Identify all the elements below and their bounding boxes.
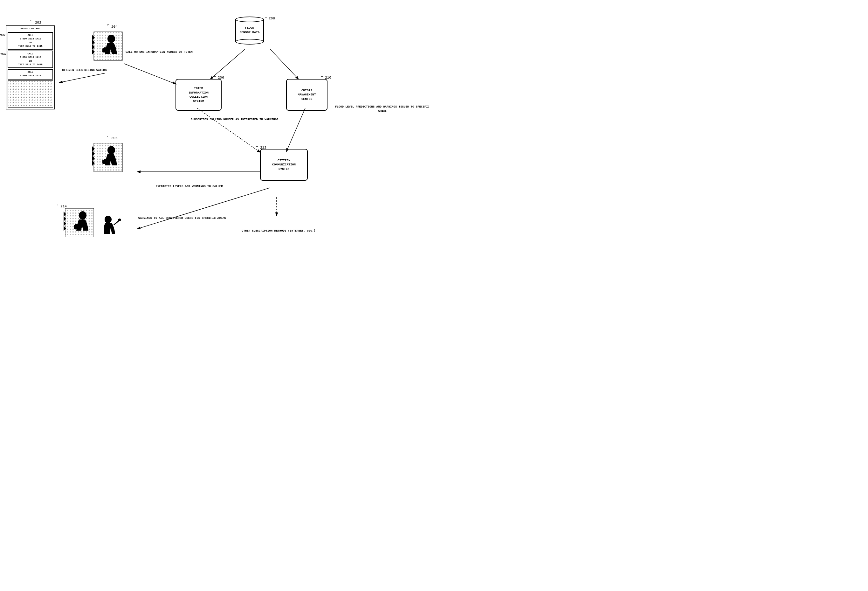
flood-sensor-db: FLOODSENSOR DATA <box>235 16 264 44</box>
ref-206-arrow: — <box>214 74 216 78</box>
db-body: FLOODSENSOR DATA <box>235 19 264 42</box>
ref-204b-arrow: ⌐ <box>107 134 109 138</box>
totem-label: TOTEM INFORMATION COLLECTION SYSTEM <box>189 86 208 103</box>
svg-point-40 <box>118 219 121 221</box>
call-box-line1: CALL <box>9 71 52 74</box>
person-icon-204b <box>92 140 127 183</box>
svg-rect-28 <box>104 159 107 160</box>
flood-level-label: FLOOD LEVEL PREDICTIONS AND WARNINGS ISS… <box>331 105 434 113</box>
svg-rect-37 <box>75 224 78 226</box>
person-icon-204a <box>92 29 127 72</box>
ref-204b: 204 <box>111 136 118 140</box>
call-box: CALL 0 800 3214 1415 <box>7 69 53 80</box>
flood-water-graphic <box>7 80 53 108</box>
ref-214-arrow: → <box>56 203 58 207</box>
subscribes-label: SUBSCRIBES CALLING NUMBER AS INTERESTED … <box>191 118 278 122</box>
ref-212: 212 <box>260 146 266 149</box>
flood-panel-title: FLOOD CONTROL <box>6 26 55 31</box>
ref-210-arrow: — <box>321 74 323 78</box>
totem-system-box: TOTEM INFORMATION COLLECTION SYSTEM <box>176 79 221 111</box>
ref-210: 210 <box>325 76 331 80</box>
ref-212-arrow: — <box>256 145 258 148</box>
attention-box-line1: CALL <box>9 52 52 56</box>
db-bottom <box>235 39 264 44</box>
crisis-label: CRISIS MANAGEMENT CENTER <box>298 89 316 101</box>
emergency-box: CALL 0 800 3218 1415 OR TEXT 3218 TO 141… <box>7 32 53 50</box>
emergency-box-line2: 0 800 3218 1415 <box>9 37 52 41</box>
svg-point-26 <box>108 146 115 154</box>
emergency-box-line3: OR <box>9 41 52 44</box>
svg-line-5 <box>270 49 299 80</box>
svg-line-39 <box>114 220 119 225</box>
svg-line-3 <box>124 64 176 84</box>
flood-control-panel: FLOOD CONTROL EMERGENCY CALL 0 800 3218 … <box>6 25 55 109</box>
svg-rect-19 <box>104 47 107 49</box>
emergency-box-line4: TEXT 3218 TO 1415 <box>9 44 52 48</box>
emergency-label: EMERGENCY <box>0 34 5 37</box>
ref-208-arrow: — <box>265 15 267 19</box>
svg-point-38 <box>105 216 112 223</box>
emergency-box-line1: CALL <box>9 34 52 37</box>
svg-line-9 <box>137 188 270 229</box>
citizen-sees-label: CITIZEN SEES RISING WATERS <box>62 68 106 72</box>
other-sub-label: OTHER SUBSCRIPTION METHODS (INTERNET, et… <box>242 229 315 233</box>
attention-box-line2: 0 800 3216 1415 <box>9 56 52 59</box>
db-label: FLOODSENSOR DATA <box>240 26 260 35</box>
citizen-comm-label: CITIZEN COMMUNICATION SYSTEM <box>272 158 296 171</box>
attention-box: CALL 0 800 3216 1415 OR TEXT 3216 TO 141… <box>7 50 53 68</box>
attention-label: ATTENTION <box>0 53 6 56</box>
svg-line-7 <box>286 108 305 152</box>
svg-point-35 <box>79 211 87 220</box>
attention-box-line4: TEXT 3216 TO 1415 <box>9 63 52 66</box>
ref-204a-arrow: ⌐ <box>107 23 109 27</box>
attention-box-line3: OR <box>9 59 52 63</box>
ref-214: 214 <box>61 204 67 208</box>
svg-line-6 <box>197 108 261 153</box>
svg-point-17 <box>108 35 115 43</box>
db-top <box>235 16 264 22</box>
ref-206: 206 <box>218 76 224 80</box>
ref-208: 208 <box>269 16 275 20</box>
predicted-label: PREDICTED LEVELS AND WARNINGS TO CALLER <box>156 185 223 189</box>
warnings-all-label: WARNINGS TO ALL REGISTERED USERS FOR SPE… <box>138 216 226 220</box>
ref-204a: 204 <box>111 25 118 29</box>
call-box-line2: 0 800 3214 1415 <box>9 74 52 78</box>
call-sms-label: CALL OR SMS INFORMATION NUMBER ON TOTEM <box>125 50 193 55</box>
crisis-center-box: CRISIS MANAGEMENT CENTER <box>286 79 328 111</box>
person-icon-214 <box>63 205 127 248</box>
ref-202-arrow: ⌐ <box>30 18 32 22</box>
svg-line-2 <box>59 73 105 83</box>
ref-202: 202 <box>35 21 41 25</box>
citizen-comm-box: CITIZEN COMMUNICATION SYSTEM <box>260 149 308 181</box>
